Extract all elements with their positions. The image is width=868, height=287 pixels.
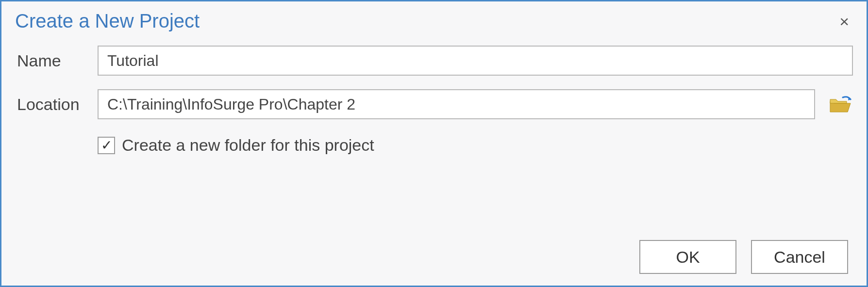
dialog-title: Create a New Project bbox=[15, 10, 200, 32]
browse-folder-button[interactable] bbox=[827, 93, 853, 116]
name-label: Name bbox=[17, 51, 89, 70]
ok-button[interactable]: OK bbox=[639, 240, 736, 274]
dialog-buttons: OK Cancel bbox=[15, 240, 853, 274]
cancel-button[interactable]: Cancel bbox=[751, 240, 848, 274]
create-folder-checkbox[interactable]: ✓ bbox=[98, 137, 115, 154]
folder-open-icon bbox=[828, 95, 851, 114]
name-input[interactable] bbox=[98, 46, 853, 76]
dialog-titlebar: Create a New Project × bbox=[15, 10, 853, 32]
location-row: Location bbox=[17, 89, 853, 119]
create-folder-row: ✓ Create a new folder for this project bbox=[98, 136, 853, 155]
create-folder-label: Create a new folder for this project bbox=[122, 136, 374, 155]
location-input[interactable] bbox=[98, 89, 815, 119]
location-label: Location bbox=[17, 95, 89, 114]
close-icon[interactable]: × bbox=[835, 11, 853, 32]
name-row: Name bbox=[17, 46, 853, 76]
create-project-dialog: Create a New Project × Name Location ✓ bbox=[0, 0, 868, 287]
form-area: Name Location ✓ Create a new folder for … bbox=[15, 46, 853, 155]
checkmark-icon: ✓ bbox=[101, 139, 112, 152]
